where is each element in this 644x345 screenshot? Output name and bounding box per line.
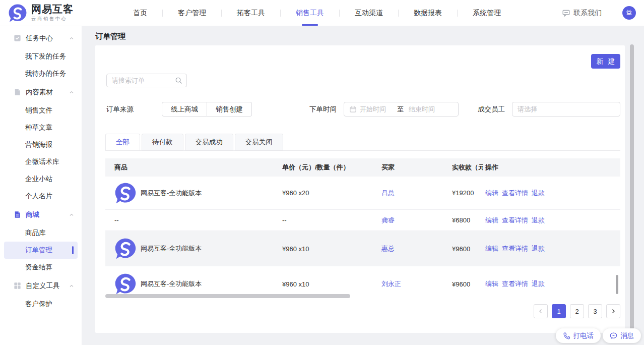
sidebar-item-order-management[interactable]: 订单管理 <box>4 242 78 259</box>
order-search-input[interactable] <box>112 77 175 84</box>
table-header: 商品 单价（元）/数量（件） 买家 实收款（元 操作 <box>105 158 620 177</box>
chevron-up-icon <box>69 212 75 218</box>
prev-page-button[interactable] <box>534 304 548 318</box>
sidebar-item-tasks-issued[interactable]: 我下发的任务 <box>4 48 78 65</box>
next-page-button[interactable] <box>606 304 620 318</box>
logo-subtitle: 云商销售中心 <box>31 16 74 22</box>
chevron-up-icon <box>69 35 75 41</box>
call-button[interactable]: 打电话 <box>556 328 601 343</box>
nav-item-reports[interactable]: 数据报表 <box>399 0 457 26</box>
col-buyer: 买家 <box>381 163 452 172</box>
refund-link[interactable]: 退款 <box>532 216 545 225</box>
sidebar-item-company-site[interactable]: 企业小站 <box>4 170 78 188</box>
sidebar-section-mall[interactable]: 商城 <box>0 205 82 224</box>
top-navbar: 网易互客 云商销售中心 首页 客户管理 拓客工具 销售工具 互动渠道 数据报表 … <box>0 0 644 26</box>
page-button-1[interactable]: 1 <box>552 304 566 318</box>
sidebar-item-wecom-scripts[interactable]: 企微话术库 <box>4 153 78 170</box>
create-order-button[interactable]: 新 建 <box>591 54 620 69</box>
sidebar-section-task-center[interactable]: 任务中心 <box>0 28 82 48</box>
main-content: 订单管理 新 建 订单来源 线上商城 销售创建 下单时间 开始时间 至 结束时间… <box>82 26 644 345</box>
user-avatar[interactable]: 益 <box>622 6 636 20</box>
sidebar-item-seeding-articles[interactable]: 种草文章 <box>4 119 78 136</box>
orders-card: 新 建 订单来源 线上商城 销售创建 下单时间 开始时间 至 结束时间 成交员工… <box>95 45 625 333</box>
price-qty: ¥960 x10 <box>282 245 381 253</box>
source-sales-created-button[interactable]: 销售创建 <box>207 102 252 117</box>
order-status-tabs: 全部 待付款 交易成功 交易关闭 <box>105 134 620 151</box>
sidebar-item-customer-protection[interactable]: 客户保护 <box>4 296 78 313</box>
tab-trade-success[interactable]: 交易成功 <box>185 134 233 150</box>
calendar-icon <box>349 105 357 113</box>
nav-item-sales-tools[interactable]: 销售工具 <box>281 0 339 26</box>
table-vertical-scrollbar[interactable] <box>616 275 618 294</box>
view-detail-link[interactable]: 查看详情 <box>502 244 528 253</box>
edit-link[interactable]: 编辑 <box>485 216 498 225</box>
sidebar-item-personal-card[interactable]: 个人名片 <box>4 188 78 205</box>
page-title: 订单管理 <box>95 32 125 41</box>
tab-all[interactable]: 全部 <box>105 134 140 150</box>
refund-link[interactable]: 退款 <box>532 279 545 289</box>
buyer-link[interactable]: 惠总 <box>381 244 452 253</box>
sidebar-section-content[interactable]: 内容素材 <box>0 82 82 102</box>
nav-item-channels[interactable]: 互动渠道 <box>340 0 398 26</box>
col-amount: 实收款（元 <box>452 163 483 172</box>
col-actions: 操作 <box>483 163 620 172</box>
view-detail-link[interactable]: 查看详情 <box>502 279 528 289</box>
refund-link[interactable]: 退款 <box>532 189 545 198</box>
sidebar-item-sales-files[interactable]: 销售文件 <box>4 102 78 119</box>
refund-link[interactable]: 退款 <box>532 244 545 253</box>
sidebar-item-fund-settlement[interactable]: 资金结算 <box>4 259 78 276</box>
tab-trade-closed[interactable]: 交易关闭 <box>235 134 283 150</box>
table-row[interactable]: -- -- 龚睿 ¥6800 编辑 查看详情 退款 <box>105 210 620 231</box>
filter-row: 订单来源 线上商城 销售创建 下单时间 开始时间 至 结束时间 成交员工 请选择 <box>106 102 620 117</box>
sidebar-item-product-library[interactable]: 商品库 <box>4 224 78 242</box>
sidebar-section-custom-tools[interactable]: 自定义工具 <box>0 276 82 296</box>
app-logo[interactable]: 网易互客 云商销售中心 <box>8 4 109 23</box>
product-image <box>114 182 137 204</box>
sidebar-item-marketing-posters[interactable]: 营销海报 <box>4 136 78 153</box>
product-image <box>114 238 137 260</box>
edit-link[interactable]: 编辑 <box>485 244 498 253</box>
call-label: 打电话 <box>573 331 594 340</box>
product-name: 网易互客-全功能版本 <box>141 279 202 289</box>
edit-link[interactable]: 编辑 <box>485 189 498 198</box>
amount: ¥6800 <box>452 216 483 224</box>
tab-pending-payment[interactable]: 待付款 <box>142 134 183 150</box>
page-button-3[interactable]: 3 <box>588 304 602 318</box>
order-search-box <box>106 74 187 87</box>
product-name: 网易互客-全功能版本 <box>141 244 202 253</box>
buyer-link[interactable]: 吕总 <box>381 189 452 198</box>
contact-us-button[interactable]: 联系我们 <box>562 9 602 18</box>
mall-icon <box>13 210 22 219</box>
search-icon[interactable] <box>175 77 182 84</box>
view-detail-link[interactable]: 查看详情 <box>502 189 528 198</box>
orders-table: 商品 单价（元）/数量（件） 买家 实收款（元 操作 网易互客-全功能版本 ¥9… <box>105 158 620 298</box>
buyer-link[interactable]: 龚睿 <box>381 216 452 225</box>
horizontal-scrollbar[interactable] <box>105 294 350 298</box>
main-scrollbar-thumb[interactable] <box>630 44 634 336</box>
staff-select[interactable]: 请选择 <box>512 102 620 117</box>
task-icon <box>13 34 22 42</box>
sidebar-item-tasks-todo[interactable]: 我待办的任务 <box>4 65 78 82</box>
nav-item-customers[interactable]: 客户管理 <box>163 0 221 26</box>
source-online-mall-button[interactable]: 线上商城 <box>162 102 207 117</box>
end-time-placeholder[interactable]: 结束时间 <box>409 105 435 114</box>
amount: ¥9600 <box>452 245 483 253</box>
nav-item-system[interactable]: 系统管理 <box>458 0 516 26</box>
table-row[interactable]: 网易互客-全功能版本 ¥960 x20 吕总 ¥19200 编辑 查看详情 退款 <box>105 177 620 210</box>
price-qty: ¥960 x10 <box>282 280 381 288</box>
message-button[interactable]: 消息 <box>603 328 641 343</box>
view-detail-link[interactable]: 查看详情 <box>502 216 528 225</box>
date-range-picker[interactable]: 开始时间 至 结束时间 <box>344 102 459 117</box>
nav-item-prospecting[interactable]: 拓客工具 <box>222 0 280 26</box>
page-button-2[interactable]: 2 <box>570 304 584 318</box>
start-time-placeholder[interactable]: 开始时间 <box>360 105 386 114</box>
active-item-indicator <box>72 246 74 254</box>
edit-link[interactable]: 编辑 <box>485 279 498 289</box>
phone-icon <box>563 332 570 339</box>
nav-item-home[interactable]: 首页 <box>118 0 162 26</box>
table-row[interactable]: 网易互客-全功能版本 ¥960 x10 刘永正 ¥9600 编辑 查看详情 退款 <box>105 266 620 298</box>
buyer-link[interactable]: 刘永正 <box>381 279 452 289</box>
chevron-up-icon <box>69 89 75 95</box>
col-price-qty: 单价（元）/数量（件） <box>282 163 381 172</box>
table-row[interactable]: 网易互客-全功能版本 ¥960 x10 惠总 ¥9600 编辑 查看详情 退款 <box>105 231 620 266</box>
